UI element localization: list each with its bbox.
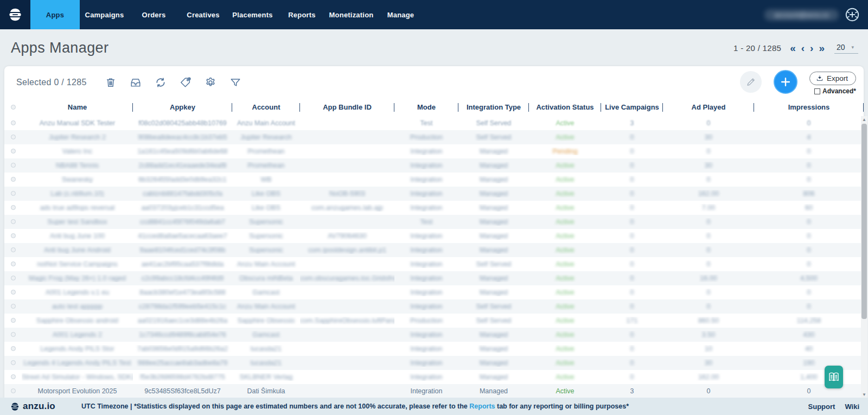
table-row[interactable]: auto test apppppc28798da1f599eeb5e415c1c… [4, 299, 864, 314]
prev-page-button[interactable]: ‹ [800, 43, 806, 53]
knowledge-base-button[interactable] [825, 366, 843, 388]
row-checkbox[interactable] [4, 246, 22, 254]
row-checkbox[interactable] [4, 148, 22, 155]
wiki-link[interactable]: Wiki [845, 403, 859, 411]
page-size-select[interactable]: 20 ▾ [834, 42, 858, 54]
cell-bundle-id [300, 133, 394, 141]
refresh-icon[interactable] [154, 76, 167, 89]
nav-tab-reports[interactable]: Reports [277, 0, 327, 29]
cell-integration-type: Managed [458, 162, 529, 169]
delete-icon[interactable] [104, 76, 117, 89]
cell-activation-status: Active [529, 260, 601, 268]
table-row[interactable]: Sapphire Obsessio androidaa021916aec1ce3… [4, 314, 864, 328]
table-row[interactable]: Swanesky6b326455fadd3e0db9ea32c1WBIntegr… [4, 173, 864, 187]
column-header-mode[interactable]: Mode [394, 99, 458, 116]
nav-tab-manage[interactable]: Manage [376, 0, 425, 29]
user-avatar-icon[interactable] [844, 7, 860, 23]
table-row[interactable]: A001 Legends 21c7346ccd9489f8cab854e76Ga… [4, 328, 864, 342]
archive-icon[interactable] [129, 76, 142, 89]
row-checkbox[interactable] [4, 260, 22, 268]
cell-account: Supersonic [232, 246, 300, 254]
nav-tab-apps[interactable]: Apps [30, 0, 80, 29]
cell-ad-played: 7.00 [663, 204, 754, 212]
nav-tab-creatives[interactable]: Creatives [178, 0, 228, 29]
anzu-logo-icon [7, 7, 23, 23]
row-checkbox[interactable] [4, 218, 22, 226]
row-checkbox[interactable] [4, 274, 22, 282]
row-checkbox[interactable] [4, 204, 22, 212]
row-checkbox[interactable] [4, 317, 22, 324]
filter-icon[interactable] [229, 76, 242, 89]
cell-integration-type: Managed [458, 148, 529, 155]
page-header: Apps Manager 1 - 20 / 1285 « ‹ › » 20 ▾ [0, 29, 868, 66]
table-row[interactable]: A001 Legends v.1 eu8aacb380ef1e473ea6f3c… [4, 285, 864, 299]
row-checkbox[interactable] [4, 190, 22, 197]
row-checkbox[interactable] [4, 176, 22, 183]
tag-icon[interactable] [179, 76, 192, 89]
nav-tab-campaigns[interactable]: Campaigns [80, 0, 129, 29]
column-header-name[interactable]: Name [22, 99, 133, 116]
first-page-button[interactable]: « [789, 43, 797, 53]
column-header-live-campaigns[interactable]: Live Campaigns [601, 99, 663, 116]
nav-tab-placements[interactable]: Placements [228, 0, 277, 29]
column-header-account[interactable]: Account [232, 99, 300, 116]
last-page-button[interactable]: » [818, 43, 826, 53]
table-row[interactable]: ads true ad9ops reversalaa037203yjceb1c3… [4, 201, 864, 215]
row-checkbox[interactable] [4, 289, 22, 296]
anzu-logo[interactable] [0, 0, 30, 29]
table-row[interactable]: Anti bug June Android9aae8104fced1ced74c… [4, 243, 864, 257]
scroll-down-arrow-icon[interactable]: ▼ [861, 391, 867, 398]
cell-live-campaigns: 0 [601, 373, 663, 381]
table-row[interactable]: Street Ad Simulator - Windows, SDK26f5e3… [4, 370, 864, 384]
settings-icon[interactable] [204, 76, 217, 89]
row-checkbox[interactable] [4, 133, 22, 141]
table-row[interactable]: Valero Inc1a161c45ea509d6b0ab6de68Promet… [4, 144, 864, 158]
nav-tab-orders[interactable]: Orders [129, 0, 178, 29]
select-all-checkbox[interactable] [4, 99, 22, 116]
column-header-appkey[interactable]: Appkey [133, 99, 232, 116]
scrollbar-thumb[interactable] [861, 124, 867, 319]
column-header-activation-status[interactable]: Activation Status [529, 99, 601, 116]
cell-live-campaigns: 3 [601, 387, 663, 395]
scroll-up-arrow-icon[interactable]: ▲ [861, 116, 867, 123]
nav-tab-monetization[interactable]: Monetization [327, 0, 376, 29]
advanced-checkbox[interactable]: Advanced* [814, 87, 856, 95]
column-header-integration-type[interactable]: Integration Type [458, 99, 529, 116]
table-row[interactable]: Anzu Manual SDK Testerf08c02d080425abb48… [4, 116, 864, 130]
row-checkbox[interactable] [4, 373, 22, 381]
export-button[interactable]: Export [809, 72, 856, 85]
cell-live-campaigns: 0 [601, 274, 663, 282]
cell-appkey: aa021916aec1ce3d88e4b26a [133, 317, 232, 324]
column-header-ad-played[interactable]: Ad Played [663, 99, 754, 116]
next-page-button[interactable]: › [809, 43, 814, 53]
table-row[interactable]: Legends Andy PILS Stor7ab03656e0d915a9d6… [4, 342, 864, 356]
table-row[interactable]: Magic Frog (May 26+) 1.0 ragedc2c99abcc1… [4, 271, 864, 285]
table-row[interactable]: Super test Sandboxccd8841cc45f76f049da6a… [4, 215, 864, 229]
row-checkbox[interactable] [4, 232, 22, 240]
reports-link[interactable]: Reports [469, 403, 495, 410]
column-header-impressions[interactable]: Impressions [754, 99, 864, 116]
row-checkbox[interactable] [4, 119, 22, 127]
edit-button[interactable] [740, 71, 762, 93]
cell-bundle-id: NoOB-5903 [300, 190, 394, 197]
support-link[interactable]: Support [808, 403, 835, 411]
table-row[interactable]: Anti bug June 10041cced8a8ae5acecaa63aee… [4, 229, 864, 243]
table-row[interactable]: Lab (c.nb9um.10)cablznb88147fabdd305cfaL… [4, 187, 864, 201]
table-row[interactable]: notNot Service Campaignsae41ac2bf95caa53… [4, 257, 864, 271]
table-row[interactable]: Jupiter Research 2908bea8deeac4cc8c1b37e… [4, 130, 864, 144]
row-checkbox[interactable] [4, 387, 22, 395]
row-checkbox[interactable] [4, 331, 22, 339]
row-checkbox[interactable] [4, 162, 22, 169]
vertical-scrollbar[interactable]: ▲ ▼ [861, 116, 867, 398]
cell-integration-type: Self Served [458, 133, 529, 141]
row-checkbox[interactable] [4, 303, 22, 310]
pagination-range: 1 - 20 / 1285 [733, 43, 781, 53]
row-checkbox[interactable] [4, 345, 22, 353]
table-row[interactable]: Motorsport Evolution 20259c53485Sf63fce8… [4, 384, 864, 398]
footer-brand[interactable]: anzu.io [10, 401, 55, 412]
table-row[interactable]: Legends 4 Legends Andy PILS Test988ee25a… [4, 356, 864, 370]
row-checkbox[interactable] [4, 359, 22, 367]
table-row[interactable]: NBA88 Tennis2c88add1ec41eaaede34eaf8Prom… [4, 158, 864, 173]
add-app-button[interactable] [774, 70, 797, 94]
column-header-app-bundle-id[interactable]: App Bundle ID [300, 99, 394, 116]
